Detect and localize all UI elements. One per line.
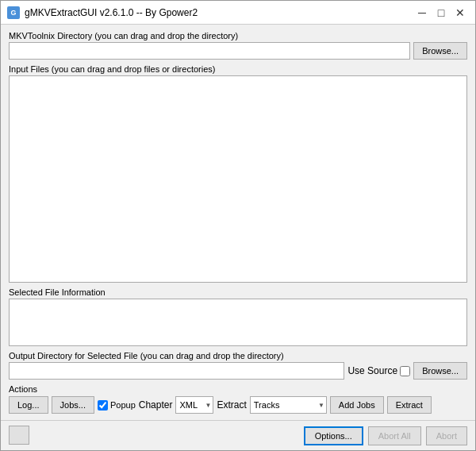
use-source-row: Use Source	[347, 365, 410, 376]
output-directory-row: Use Source Browse...	[9, 362, 467, 380]
abort-button[interactable]: Abort	[426, 426, 467, 445]
abort-all-button[interactable]: Abort All	[368, 426, 421, 445]
maximize-button[interactable]: □	[432, 4, 450, 21]
main-window: G gMKVExtractGUI v2.6.1.0 -- By Gpower2 …	[0, 0, 476, 451]
bottom-left-area	[9, 426, 299, 446]
mkv-directory-section: MKVToolnix Directory (you can drag and d…	[9, 31, 467, 60]
title-buttons: ─ □ ✕	[413, 4, 469, 21]
actions-row: Log... Jobs... Popup Chapter XML OGG ▼ E…	[9, 396, 467, 414]
chapter-select-wrapper: XML OGG ▼	[175, 396, 213, 414]
output-directory-label: Output Directory for Selected File (you …	[9, 351, 467, 360]
bottom-left-button[interactable]	[9, 426, 29, 445]
extract-button[interactable]: Extract	[387, 396, 432, 414]
actions-section: Actions Log... Jobs... Popup Chapter XML…	[9, 384, 467, 414]
selected-file-label: Selected File Information	[9, 287, 467, 297]
log-button[interactable]: Log...	[9, 396, 48, 414]
use-source-label: Use Source	[347, 365, 397, 376]
tracks-select[interactable]: Tracks Tags Attachments Chapters Cue She…	[250, 396, 327, 414]
app-icon: G	[7, 6, 20, 19]
add-jobs-button[interactable]: Add Jobs	[330, 396, 384, 414]
mkv-directory-label: MKVToolnix Directory (you can drag and d…	[9, 31, 467, 40]
chapter-label: Chapter	[139, 399, 173, 411]
tracks-select-wrapper: Tracks Tags Attachments Chapters Cue She…	[250, 396, 327, 414]
chapter-select[interactable]: XML OGG	[175, 396, 213, 414]
popup-label: Popup	[110, 400, 136, 410]
actions-label: Actions	[9, 384, 467, 394]
output-directory-input[interactable]	[9, 362, 344, 380]
popup-checkbox[interactable]	[98, 400, 108, 411]
jobs-button[interactable]: Jobs...	[52, 396, 94, 414]
close-button[interactable]: ✕	[451, 4, 469, 21]
bottom-bar: Options... Abort All Abort	[1, 420, 475, 450]
input-files-list[interactable]	[9, 75, 467, 283]
app-icon-text: G	[10, 9, 16, 17]
minimize-button[interactable]: ─	[413, 4, 431, 21]
input-files-label: Input Files (you can drag and drop files…	[9, 64, 467, 74]
title-bar: G gMKVExtractGUI v2.6.1.0 -- By Gpower2 …	[1, 1, 475, 25]
mkv-browse-button[interactable]: Browse...	[413, 42, 467, 60]
main-content: MKVToolnix Directory (you can drag and d…	[1, 25, 475, 420]
selected-file-info-box	[9, 299, 467, 346]
output-browse-button[interactable]: Browse...	[413, 362, 467, 380]
title-bar-left: G gMKVExtractGUI v2.6.1.0 -- By Gpower2	[7, 6, 198, 19]
input-files-section: Input Files (you can drag and drop files…	[9, 64, 467, 283]
mkv-directory-row: Browse...	[9, 42, 467, 60]
extract-label: Extract	[217, 399, 246, 411]
popup-checkbox-label: Popup	[98, 400, 136, 411]
output-directory-section: Output Directory for Selected File (you …	[9, 351, 467, 380]
window-title: gMKVExtractGUI v2.6.1.0 -- By Gpower2	[25, 7, 198, 18]
options-button[interactable]: Options...	[304, 426, 363, 445]
mkv-directory-input[interactable]	[9, 42, 410, 60]
selected-file-section: Selected File Information	[9, 287, 467, 346]
use-source-checkbox[interactable]	[400, 366, 410, 376]
